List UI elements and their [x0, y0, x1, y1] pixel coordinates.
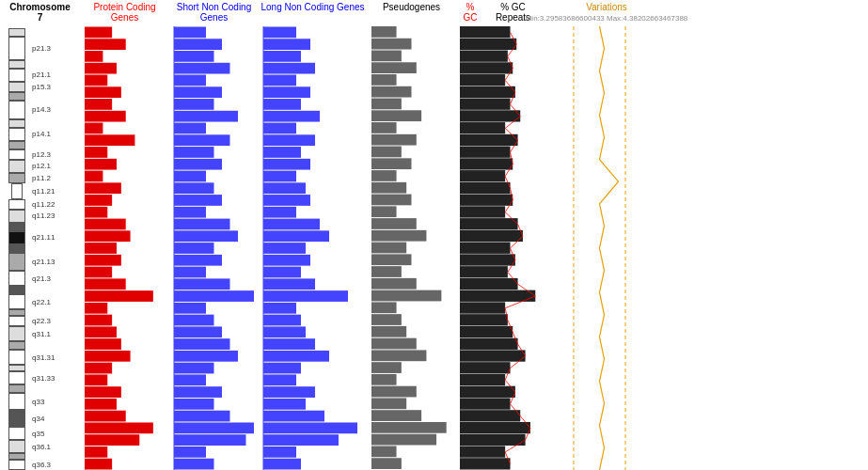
bar: [371, 422, 447, 433]
bar: [174, 159, 222, 170]
bar: [460, 62, 513, 73]
chrom-band: [8, 410, 25, 427]
bar: [174, 147, 214, 158]
bar: [174, 434, 246, 446]
band-label: p12.3: [32, 149, 77, 160]
bar: [174, 351, 238, 362]
bar: [85, 134, 134, 146]
pseudogenes-header: Pseudogenes: [367, 0, 456, 26]
bar: [460, 374, 505, 385]
bar: [263, 219, 320, 230]
chrom-band: [11, 183, 23, 199]
bar: [371, 254, 412, 265]
band-label: [32, 119, 77, 128]
bar: [371, 26, 397, 38]
bar: [460, 266, 508, 277]
bar: [85, 255, 121, 266]
bar: [460, 410, 520, 421]
band-label: p21.3: [32, 37, 77, 60]
bar: [85, 399, 117, 410]
bar: [85, 411, 126, 422]
band-label: q21.13: [32, 253, 77, 272]
bar: [371, 326, 406, 337]
band-label: [32, 384, 77, 393]
bar: [371, 230, 426, 242]
long-noncoding-chart: [259, 26, 367, 470]
bar: [371, 110, 421, 121]
bar: [174, 326, 222, 337]
bar: [85, 326, 117, 337]
bar: [263, 315, 301, 326]
bar: [460, 290, 535, 302]
bar: [263, 63, 315, 74]
bar: [174, 315, 214, 326]
band-label: q11.21: [32, 183, 77, 199]
bar: [263, 399, 306, 410]
bar: [371, 386, 417, 398]
bar: [174, 27, 206, 39]
main-container: Chromosome7 p21.3p21.1p15.3p14.3p14.1p12…: [0, 0, 868, 470]
long-noncoding-body: [259, 26, 367, 470]
bar: [85, 75, 107, 86]
bar: [85, 267, 112, 278]
bar: [460, 314, 508, 325]
bar: [263, 267, 301, 278]
bar: [371, 290, 441, 302]
bar: [460, 110, 520, 121]
chrom-band: [8, 316, 25, 326]
chrom-band: [8, 119, 25, 128]
bar: [174, 207, 206, 218]
bar: [263, 230, 329, 242]
variations-label: Variations: [586, 2, 627, 12]
chrom-band: [8, 294, 25, 309]
bar: [371, 266, 402, 277]
chrom-band: [8, 160, 25, 173]
bar: [85, 422, 153, 433]
band-label: q22.1: [32, 294, 77, 309]
chrom-band: [8, 28, 25, 37]
chromosome-section: Chromosome7 p21.3p21.1p15.3p14.3p14.1p12…: [0, 0, 80, 470]
bar: [263, 326, 306, 337]
bar: [174, 219, 230, 230]
chrom-band: [8, 141, 25, 149]
long-noncoding-header: Long Non Coding Genes: [259, 0, 367, 26]
bar: [263, 75, 296, 86]
bar: [371, 362, 402, 373]
variations-header: Variations Min:3.29583686600433 Max:4.38…: [545, 0, 668, 26]
gc-chart: [456, 26, 545, 470]
short-noncoding-header: Short Non Coding Genes: [169, 0, 259, 26]
bar: [460, 158, 513, 169]
bar: [85, 171, 103, 182]
bar: [85, 207, 107, 218]
bar: [85, 351, 131, 362]
bar: [174, 446, 206, 458]
band-label: p14.1: [32, 128, 77, 141]
band-label: q11.23: [32, 210, 77, 223]
bar: [371, 182, 406, 194]
bar: [263, 278, 315, 290]
bar: [371, 278, 417, 290]
short-noncoding-label: Short Non Coding Genes: [171, 2, 257, 23]
bar: [371, 218, 417, 229]
band-label: [32, 341, 77, 350]
short-noncoding-section: Short Non Coding Genes: [169, 0, 259, 470]
bar: [263, 386, 315, 398]
variations-range: Min:3.29583686600433 Max:4.3820266346738…: [526, 14, 688, 23]
bar: [371, 302, 397, 313]
band-label: [32, 60, 77, 69]
protein-coding-body: [80, 26, 169, 470]
short-noncoding-chart: [169, 26, 259, 470]
bar: [263, 195, 310, 206]
chrom-band: [8, 253, 25, 272]
chrom-band: [8, 326, 25, 341]
band-label: q35: [32, 427, 77, 440]
bar: [263, 182, 306, 194]
band-label: q22.3: [32, 316, 77, 326]
bar: [371, 338, 417, 350]
bar: [263, 147, 301, 158]
bar: [460, 458, 511, 469]
bar: [174, 86, 222, 98]
chrom-band: [8, 350, 25, 365]
bar: [263, 434, 339, 446]
bar: [174, 243, 214, 254]
